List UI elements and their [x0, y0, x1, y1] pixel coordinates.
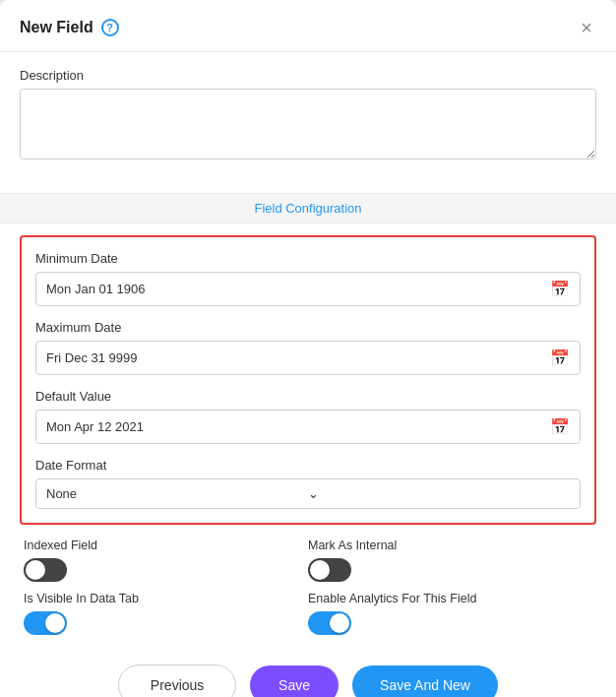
- field-config-box: Minimum Date 📅 Maximum Date 📅 Default Va…: [20, 235, 596, 525]
- save-button[interactable]: Save: [250, 665, 339, 697]
- description-group: Description: [20, 68, 596, 163]
- date-format-group: Date Format None ⌄: [35, 458, 581, 509]
- mark-as-internal-toggle-item: Mark As Internal: [308, 539, 592, 582]
- default-value-label: Default Value: [35, 389, 581, 404]
- enable-analytics-toggle[interactable]: [308, 611, 351, 635]
- chevron-down-icon: ⌄: [308, 486, 570, 501]
- modal-header: New Field ? ×: [0, 0, 616, 52]
- visible-data-tab-label: Is Visible In Data Tab: [24, 592, 308, 605]
- min-date-input[interactable]: [46, 282, 550, 296]
- field-config-container: Minimum Date 📅 Maximum Date 📅 Default Va…: [0, 223, 616, 653]
- toggles-section: Indexed Field Mark As Internal Is Visibl…: [20, 539, 596, 635]
- enable-analytics-toggle-knob: [330, 613, 349, 633]
- visible-data-tab-toggle-knob: [45, 613, 65, 633]
- default-value-input-wrapper[interactable]: 📅: [35, 410, 581, 444]
- field-config-section-divider: Field Configuration: [0, 193, 616, 223]
- enable-analytics-label: Enable Analytics For This Field: [308, 592, 592, 605]
- help-icon[interactable]: ?: [101, 19, 119, 36]
- description-textarea[interactable]: [20, 89, 596, 159]
- max-date-input[interactable]: [46, 350, 550, 365]
- default-value-group: Default Value 📅: [35, 389, 581, 444]
- modal-title: New Field: [20, 19, 93, 36]
- max-date-calendar-icon[interactable]: 📅: [550, 348, 570, 367]
- min-date-calendar-icon[interactable]: 📅: [550, 280, 570, 298]
- default-value-input[interactable]: [46, 419, 550, 434]
- default-value-calendar-icon[interactable]: 📅: [550, 417, 570, 436]
- modal-body: Description: [0, 52, 616, 193]
- date-format-label: Date Format: [35, 458, 581, 473]
- visible-data-tab-toggle-item: Is Visible In Data Tab: [24, 592, 308, 635]
- indexed-field-toggle-item: Indexed Field: [24, 539, 308, 582]
- min-date-label: Minimum Date: [35, 251, 581, 266]
- indexed-field-toggle-knob: [26, 560, 45, 580]
- save-and-new-button[interactable]: Save And New: [352, 665, 498, 697]
- mark-as-internal-toggle[interactable]: [308, 558, 351, 582]
- min-date-input-wrapper[interactable]: 📅: [35, 272, 581, 306]
- date-format-select[interactable]: None ⌄: [35, 478, 581, 509]
- max-date-input-wrapper[interactable]: 📅: [35, 341, 581, 375]
- max-date-label: Maximum Date: [35, 320, 581, 335]
- date-format-value: None: [46, 486, 308, 501]
- indexed-field-toggle[interactable]: [24, 558, 67, 582]
- indexed-field-label: Indexed Field: [24, 539, 308, 552]
- visible-data-tab-toggle[interactable]: [24, 611, 67, 635]
- description-label: Description: [20, 68, 596, 83]
- modal-footer: Previous Save Save And New: [0, 653, 616, 697]
- mark-as-internal-label: Mark As Internal: [308, 539, 592, 552]
- mark-as-internal-toggle-knob: [310, 560, 330, 580]
- enable-analytics-toggle-item: Enable Analytics For This Field: [308, 592, 592, 635]
- min-date-group: Minimum Date 📅: [35, 251, 581, 306]
- new-field-modal: New Field ? × Description Field Configur…: [0, 0, 616, 697]
- modal-title-row: New Field ?: [20, 19, 119, 36]
- max-date-group: Maximum Date 📅: [35, 320, 581, 375]
- previous-button[interactable]: Previous: [118, 665, 236, 697]
- close-icon[interactable]: ×: [577, 16, 596, 39]
